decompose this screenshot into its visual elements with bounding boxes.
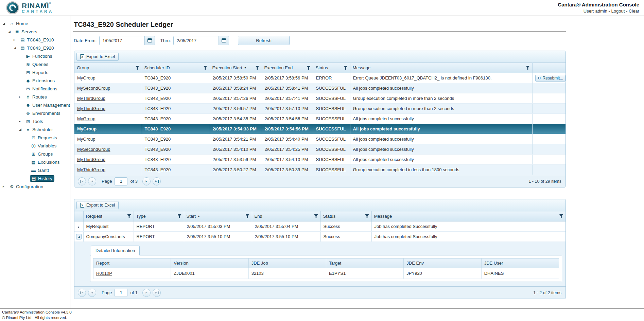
thru-calendar-button[interactable] xyxy=(219,36,229,45)
sidebar-item-exclusions[interactable]: ▦Exclusions xyxy=(0,158,70,166)
pager-next-button[interactable]: ► xyxy=(142,289,151,297)
ledger-row[interactable]: MyGroupTC843_E9202/05/2017 3:58:50 PM2/0… xyxy=(74,73,565,83)
tree-expander-icon[interactable]: ◢ xyxy=(14,46,19,50)
tree-expander-icon[interactable]: ▸ xyxy=(14,38,19,41)
sidebar-item-groups[interactable]: ⊞Groups xyxy=(0,150,70,158)
pager-last-button[interactable]: ► xyxy=(153,177,161,185)
thru-input[interactable] xyxy=(174,36,219,45)
refresh-button[interactable]: Refresh xyxy=(238,36,290,45)
sidebar-item-variables[interactable]: (x)Variables xyxy=(0,142,70,150)
group-link[interactable]: MyGroup xyxy=(77,126,97,131)
filter-icon[interactable] xyxy=(178,214,181,218)
collapse-row-icon[interactable]: ◢ xyxy=(76,234,82,239)
filter-icon[interactable] xyxy=(246,214,249,218)
ledger-row[interactable]: MyGroupTC843_E9202/05/2017 3:54:21 PM2/0… xyxy=(74,134,565,144)
ledger-row[interactable]: MyGroupTC843_E9202/05/2017 3:54:35 PM2/0… xyxy=(74,114,565,124)
group-link[interactable]: MyThirdGroup xyxy=(77,106,105,111)
tree-expander-icon[interactable]: ◢ xyxy=(8,30,14,33)
requests-header-cell[interactable]: Status xyxy=(320,211,371,221)
requests-header-cell[interactable]: Type xyxy=(134,211,184,221)
requests-export-to-excel-button[interactable]: x Export to Excel xyxy=(76,201,119,209)
date-from-input[interactable] xyxy=(100,36,144,45)
sidebar-item-scheduler[interactable]: ◢≡Scheduler xyxy=(0,125,70,133)
sidebar-item-history[interactable]: ▤History xyxy=(0,174,70,182)
ledger-row[interactable]: MyThirdGroupTC843_E9202/05/2017 3:53:59 … xyxy=(74,155,565,165)
ledger-row[interactable]: MySecondGroupTC843_E9202/05/2017 3:58:24… xyxy=(74,83,565,93)
pager-next-button[interactable]: ► xyxy=(142,177,151,185)
requests-header-cell[interactable]: Start▲ xyxy=(184,211,252,221)
ledger-page-input[interactable] xyxy=(115,177,127,185)
filter-icon[interactable] xyxy=(365,214,369,218)
requests-page-input[interactable] xyxy=(115,289,127,297)
ledger-header-cell[interactable]: Message xyxy=(350,63,532,73)
clear-link[interactable]: Clear xyxy=(629,8,639,14)
logout-link[interactable]: Logout xyxy=(611,8,625,14)
filter-icon[interactable] xyxy=(314,214,318,218)
expand-row-icon[interactable]: ▸ xyxy=(77,225,81,229)
group-link[interactable]: MySecondGroup xyxy=(77,147,110,152)
ledger-row[interactable]: MySecondGroupTC843_E9202/05/2017 3:54:10… xyxy=(74,144,565,155)
requests-header-cell[interactable]: Request xyxy=(83,211,134,221)
group-link[interactable]: MySecondGroup xyxy=(77,86,110,91)
group-link[interactable]: MyGroup xyxy=(77,116,95,121)
ledger-row[interactable]: MyGroupTC843_E9202/05/2017 3:54:33 PM2/0… xyxy=(74,124,565,134)
pager-prev-button[interactable]: ◄ xyxy=(88,177,96,185)
ledger-header-cell[interactable]: Status xyxy=(313,63,350,73)
tab-detailed-information[interactable]: Detailed Information xyxy=(91,246,140,255)
sidebar-item-queries[interactable]: ≋Queries xyxy=(0,60,70,68)
group-link[interactable]: MyGroup xyxy=(77,75,95,81)
tree-expander-icon[interactable]: ◢ xyxy=(3,22,8,25)
ledger-header-cell[interactable]: Execution End xyxy=(262,63,313,73)
requests-row[interactable]: ▸MyRequestREPORT2/05/2017 3:55:03 PM2/05… xyxy=(74,221,565,232)
ledger-export-to-excel-button[interactable]: x Export to Excel xyxy=(76,53,119,61)
sidebar-item-functions[interactable]: ▶Functions xyxy=(0,52,70,60)
filter-icon[interactable] xyxy=(127,214,131,218)
ledger-row[interactable]: MyThirdGroupTC843_E9202/05/2017 3:56:57 … xyxy=(74,104,565,114)
sidebar-item-gantt[interactable]: ▬Gantt xyxy=(0,166,70,174)
ledger-header-cell[interactable]: Execution Start▼ xyxy=(210,63,262,73)
filter-icon[interactable] xyxy=(256,66,259,70)
group-link[interactable]: MyGroup xyxy=(77,137,95,142)
sidebar-item-user-management[interactable]: ☻User Management xyxy=(0,101,70,109)
group-link[interactable]: MyThirdGroup xyxy=(77,157,105,162)
ledger-header-cell[interactable]: Scheduler ID xyxy=(142,63,210,73)
filter-icon[interactable] xyxy=(559,214,563,218)
group-link[interactable]: MyThirdGroup xyxy=(77,96,105,101)
filter-icon[interactable] xyxy=(204,66,207,70)
tree-expander-icon[interactable]: ▸ xyxy=(19,120,24,123)
sidebar-item-home[interactable]: ◢⌂Home xyxy=(0,19,70,28)
sidebar-item-extensions[interactable]: ◆Extensions xyxy=(0,76,70,85)
tree-expander-icon[interactable]: ▸ xyxy=(19,95,24,99)
date-from-calendar-button[interactable] xyxy=(144,36,155,45)
resubmit-button[interactable]: ↻Resubmit... xyxy=(535,75,566,82)
sidebar-item-notifications[interactable]: ✉Notifications xyxy=(0,85,70,93)
filter-icon[interactable] xyxy=(136,66,139,70)
requests-header-cell[interactable]: Message xyxy=(371,211,565,221)
ledger-row[interactable]: MyThirdGroupTC843_E9202/05/2017 3:57:26 … xyxy=(74,93,565,104)
pager-last-button[interactable]: ► xyxy=(153,289,161,297)
pager-first-button[interactable]: ◄ xyxy=(78,177,86,185)
ledger-row[interactable]: MyThirdGroupTC843_E9202/05/2017 3:50:27 … xyxy=(74,165,565,175)
filter-icon[interactable] xyxy=(307,66,311,70)
sidebar-item-environments[interactable]: ⊕Environments xyxy=(0,109,70,117)
sidebar-item-tc843-e920[interactable]: ◢▤TC843_E920 xyxy=(0,44,70,52)
sidebar-item-configuration[interactable]: ▸⚙Configuration xyxy=(0,182,70,191)
sidebar-item-tools[interactable]: ▸⊠Tools xyxy=(0,117,70,125)
tree-expander-icon[interactable]: ◢ xyxy=(19,128,24,131)
user-name-link[interactable]: admin xyxy=(595,8,607,14)
filter-icon[interactable] xyxy=(344,66,348,70)
sidebar-item-servers[interactable]: ◢≣Servers xyxy=(0,28,70,36)
sidebar-item-reports[interactable]: ⊟Reports xyxy=(0,68,70,76)
requests-row[interactable]: ◢CompanyConstantsREPORT2/05/2017 3:55:10… xyxy=(74,232,565,242)
sidebar-item-routes[interactable]: ▸⋔Routes xyxy=(0,93,70,101)
ledger-header-cell[interactable]: Group xyxy=(74,63,142,73)
requests-header-cell[interactable]: End xyxy=(252,211,320,221)
sidebar-item-requests[interactable]: ⊡Requests xyxy=(0,133,70,142)
tree-expander-icon[interactable]: ▸ xyxy=(3,185,8,188)
filter-icon[interactable] xyxy=(526,66,530,70)
group-link[interactable]: MyThirdGroup xyxy=(77,167,105,172)
rinami-cantara-logo[interactable]: RINAMI▼® CANTARA xyxy=(6,1,53,14)
report-link[interactable]: R0010P xyxy=(96,271,112,276)
pager-prev-button[interactable]: ◄ xyxy=(88,289,96,297)
sidebar-item-tc843-e910[interactable]: ▸▤TC843_E910 xyxy=(0,36,70,44)
